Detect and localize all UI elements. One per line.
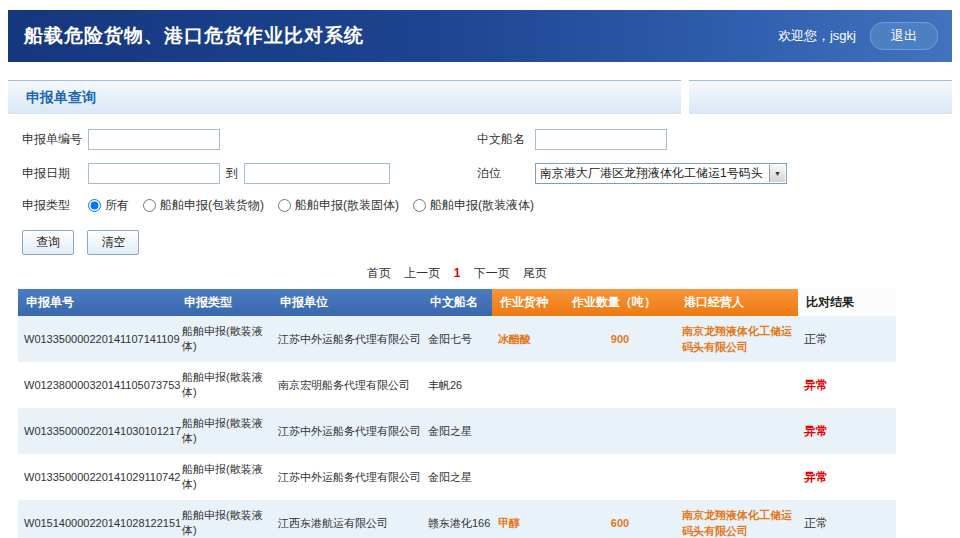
decl-type-radio-group: 所有 船舶申报(包装货物) 船舶申报(散装固体) 船舶申报(散装液体)	[88, 197, 534, 214]
tab-band-right	[689, 80, 952, 114]
cell-decl-type: 船舶申报(散装液体)	[176, 362, 272, 408]
table-header-row: 申报单号 申报类型 申报单位 中文船名 作业货种 作业数量（吨） 港口经营人 比…	[18, 289, 896, 316]
cell-result: 异常	[798, 408, 896, 454]
cell-company: 江苏中外运船务代理有限公司	[272, 316, 422, 362]
cell-result: 正常	[798, 316, 896, 362]
berth-select[interactable]: 南京港大厂港区龙翔液体化工储运1号码头 ▼	[535, 163, 787, 184]
query-button[interactable]: 查询	[22, 230, 74, 255]
date-field-group: 申报日期 到	[22, 163, 477, 184]
query-form: 申报单编号 中文船名 申报日期 到 泊位 南京港大厂港区龙翔液体化工储运1号码头…	[8, 116, 952, 538]
radio-bulk-solid-label: 船舶申报(散装固体)	[295, 197, 399, 214]
cell-quantity	[564, 362, 676, 408]
table-row: W013350000220141029110742 船舶申报(散装液体) 江苏中…	[18, 454, 896, 500]
cell-ship-name: 赣东港化166	[422, 500, 492, 538]
decl-no-label: 申报单编号	[22, 131, 88, 148]
cell-operator: 南京龙翔液体化工储运码头有限公司	[676, 500, 798, 538]
clear-button[interactable]: 清空	[87, 230, 139, 255]
form-buttons: 查询 清空	[8, 230, 952, 255]
cell-operator	[676, 362, 798, 408]
page-last-link[interactable]: 尾页	[523, 266, 547, 280]
date-to-input[interactable]	[244, 163, 390, 184]
table-row: W015140000220141028122151 船舶申报(散装液体) 江西东…	[18, 500, 896, 538]
app-title: 船载危险货物、港口危货作业比对系统	[24, 23, 364, 49]
table-row: W012380000320141105073753 船舶申报(散装液体) 南京宏…	[18, 362, 896, 408]
cell-result: 异常	[798, 454, 896, 500]
ship-name-field-group: 中文船名	[477, 129, 667, 150]
logout-button[interactable]: 退出	[870, 22, 938, 50]
cell-cargo: 甲醇	[492, 500, 564, 538]
cell-decl-no: W012380000320141105073753	[18, 362, 176, 408]
cell-company: 江苏中外运船务代理有限公司	[272, 454, 422, 500]
tab-band: 申报单查询	[8, 80, 952, 114]
cell-quantity: 900	[564, 316, 676, 362]
radio-bulk-liquid-label: 船舶申报(散装液体)	[430, 197, 534, 214]
header-right: 欢迎您，jsgkj 退出	[778, 22, 938, 50]
cell-ship-name: 金阳之星	[422, 408, 492, 454]
col-header-result: 比对结果	[798, 289, 896, 316]
col-header-cargo: 作业货种	[492, 289, 564, 316]
ship-name-input[interactable]	[535, 129, 667, 150]
col-header-decl-no: 申报单号	[18, 289, 176, 316]
date-to-label: 到	[226, 165, 238, 182]
col-header-quantity: 作业数量（吨）	[564, 289, 676, 316]
date-from-input[interactable]	[88, 163, 220, 184]
cell-operator	[676, 454, 798, 500]
berth-selected-value: 南京港大厂港区龙翔液体化工储运1号码头	[540, 165, 763, 182]
radio-bulk-solid[interactable]: 船舶申报(散装固体)	[278, 197, 399, 214]
cell-decl-no: W013350000220141029110742	[18, 454, 176, 500]
radio-bulk-liquid[interactable]: 船舶申报(散装液体)	[413, 197, 534, 214]
page-current: 1	[454, 266, 461, 280]
tab-band-left: 申报单查询	[8, 80, 681, 114]
cell-result: 正常	[798, 500, 896, 538]
cell-ship-name: 丰帆26	[422, 362, 492, 408]
col-header-ship-name: 中文船名	[422, 289, 492, 316]
cell-quantity	[564, 454, 676, 500]
page: 船载危险货物、港口危货作业比对系统 欢迎您，jsgkj 退出 申报单查询 申报单…	[0, 0, 960, 538]
cell-operator: 南京龙翔液体化工储运码头有限公司	[676, 316, 798, 362]
radio-all-input[interactable]	[88, 199, 101, 212]
date-label: 申报日期	[22, 165, 88, 182]
cell-operator	[676, 408, 798, 454]
radio-packaged-goods-input[interactable]	[143, 199, 156, 212]
cell-cargo	[492, 454, 564, 500]
radio-all-label: 所有	[105, 197, 129, 214]
cell-decl-no: W015140000220141028122151	[18, 500, 176, 538]
cell-decl-type: 船舶申报(散装液体)	[176, 408, 272, 454]
cell-quantity	[564, 408, 676, 454]
page-first-link[interactable]: 首页	[367, 266, 391, 280]
col-header-operator: 港口经营人	[676, 289, 798, 316]
cell-ship-name: 金阳之星	[422, 454, 492, 500]
cell-decl-no: W013350000220141030101217	[18, 408, 176, 454]
radio-bulk-solid-input[interactable]	[278, 199, 291, 212]
col-header-decl-type: 申报类型	[176, 289, 272, 316]
radio-packaged-goods[interactable]: 船舶申报(包装货物)	[143, 197, 264, 214]
welcome-text: 欢迎您，jsgkj	[778, 27, 856, 45]
radio-packaged-goods-label: 船舶申报(包装货物)	[160, 197, 264, 214]
decl-no-input[interactable]	[88, 129, 220, 150]
cell-decl-no: W013350000220141107141109	[18, 316, 176, 362]
tab-band-gap	[681, 80, 689, 114]
cell-company: 南京宏明船务代理有限公司	[272, 362, 422, 408]
cell-decl-type: 船舶申报(散装液体)	[176, 316, 272, 362]
berth-field-group: 泊位 南京港大厂港区龙翔液体化工储运1号码头 ▼	[477, 163, 787, 184]
page-next-link[interactable]: 下一页	[474, 266, 510, 280]
form-row-3: 申报类型 所有 船舶申报(包装货物) 船舶申报(散装固体) 船舶申报(散装液体)	[8, 197, 952, 214]
radio-all[interactable]: 所有	[88, 197, 129, 214]
cell-company: 江西东港航运有限公司	[272, 500, 422, 538]
chevron-down-icon[interactable]: ▼	[769, 165, 785, 182]
page-prev-link[interactable]: 上一页	[404, 266, 440, 280]
decl-type-label: 申报类型	[22, 197, 88, 214]
col-header-company: 申报单位	[272, 289, 422, 316]
app-header: 船载危险货物、港口危货作业比对系统 欢迎您，jsgkj 退出	[8, 10, 952, 62]
cell-result: 异常	[798, 362, 896, 408]
pagination-top: 首页 上一页 1 下一页 尾页	[18, 265, 896, 282]
page-title: 申报单查询	[8, 89, 96, 107]
ship-name-label: 中文船名	[477, 131, 535, 148]
radio-bulk-liquid-input[interactable]	[413, 199, 426, 212]
form-row-1: 申报单编号 中文船名	[8, 129, 952, 150]
form-row-2: 申报日期 到 泊位 南京港大厂港区龙翔液体化工储运1号码头 ▼	[8, 163, 952, 184]
cell-quantity: 600	[564, 500, 676, 538]
table-row: W013350000220141030101217 船舶申报(散装液体) 江苏中…	[18, 408, 896, 454]
berth-label: 泊位	[477, 165, 535, 182]
cell-cargo	[492, 362, 564, 408]
